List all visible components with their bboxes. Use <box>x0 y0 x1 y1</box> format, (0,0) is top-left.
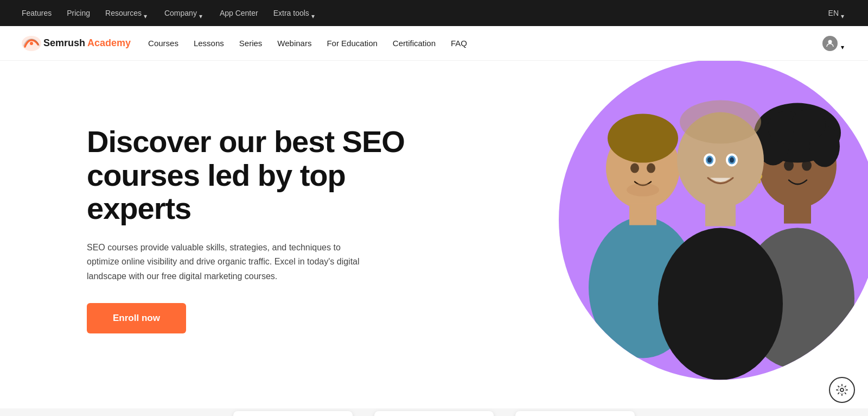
gear-icon <box>835 383 848 396</box>
topnav-company[interactable]: Company <box>164 9 205 17</box>
bottom-card-3 <box>515 411 635 416</box>
enroll-button[interactable]: Enroll now <box>87 303 186 333</box>
main-nav-items: Courses Lessons Series Webinars For Educ… <box>148 39 822 48</box>
hero-title: Discover our best SEO courses led by top… <box>87 125 423 225</box>
bottom-card-1 <box>233 411 353 416</box>
user-avatar-icon <box>822 36 838 51</box>
main-nav: Semrush Academy Courses Lessons Series W… <box>0 26 868 61</box>
nav-lessons[interactable]: Lessons <box>194 39 224 48</box>
hero-content: Discover our best SEO courses led by top… <box>87 103 423 366</box>
svg-point-28 <box>707 157 712 163</box>
bottom-card-2 <box>374 411 494 416</box>
semrush-logo-icon <box>22 36 41 51</box>
svg-rect-17 <box>784 202 811 224</box>
chevron-down-icon <box>199 11 205 15</box>
topnav-extratools[interactable]: Extra tools <box>273 9 317 17</box>
hero-circle-background <box>559 61 868 380</box>
svg-point-23 <box>680 100 761 144</box>
chevron-down-icon <box>841 11 846 15</box>
svg-point-18 <box>784 160 794 171</box>
svg-point-1 <box>30 42 33 45</box>
nav-certification[interactable]: Certification <box>393 39 436 48</box>
svg-point-32 <box>840 388 844 392</box>
svg-rect-25 <box>705 202 736 226</box>
nav-faq[interactable]: FAQ <box>451 39 467 48</box>
svg-point-31 <box>730 157 734 163</box>
svg-point-15 <box>791 110 826 140</box>
topnav-features[interactable]: Features <box>22 9 52 17</box>
logo-link[interactable]: Semrush Academy <box>22 36 131 51</box>
language-selector[interactable]: EN <box>828 9 846 17</box>
bottom-section <box>0 408 868 416</box>
svg-point-24 <box>658 228 783 380</box>
svg-point-4 <box>608 114 678 163</box>
user-menu-chevron-icon <box>841 42 846 45</box>
logo-brand-text: Semrush <box>43 37 85 49</box>
settings-button[interactable] <box>829 377 855 403</box>
logo-academy-text: Academy <box>87 37 131 49</box>
hero-section: Discover our best SEO courses led by top… <box>0 61 868 408</box>
user-menu[interactable] <box>822 36 846 51</box>
svg-point-7 <box>630 163 639 173</box>
nav-webinars[interactable]: Webinars <box>277 39 311 48</box>
topnav-appcenter[interactable]: App Center <box>220 9 258 17</box>
nav-for-education[interactable]: For Education <box>327 39 377 48</box>
nav-series[interactable]: Series <box>239 39 263 48</box>
svg-point-9 <box>627 184 659 197</box>
svg-point-19 <box>802 160 812 171</box>
svg-point-8 <box>647 163 655 173</box>
svg-point-33 <box>838 386 846 394</box>
topnav-pricing[interactable]: Pricing <box>67 9 90 17</box>
svg-rect-6 <box>629 204 656 225</box>
chevron-down-icon <box>144 11 149 15</box>
hero-image-area <box>542 61 868 396</box>
topnav-resources[interactable]: Resources <box>105 9 149 17</box>
nav-courses[interactable]: Courses <box>148 39 178 48</box>
hero-description: SEO courses provide valuable skills, str… <box>87 241 369 283</box>
chevron-down-icon <box>311 11 317 15</box>
top-bar-nav: Features Pricing Resources Company App C… <box>22 9 317 17</box>
hero-people-illustration <box>559 61 868 380</box>
top-bar: Features Pricing Resources Company App C… <box>0 0 868 26</box>
svg-point-2 <box>828 40 832 43</box>
